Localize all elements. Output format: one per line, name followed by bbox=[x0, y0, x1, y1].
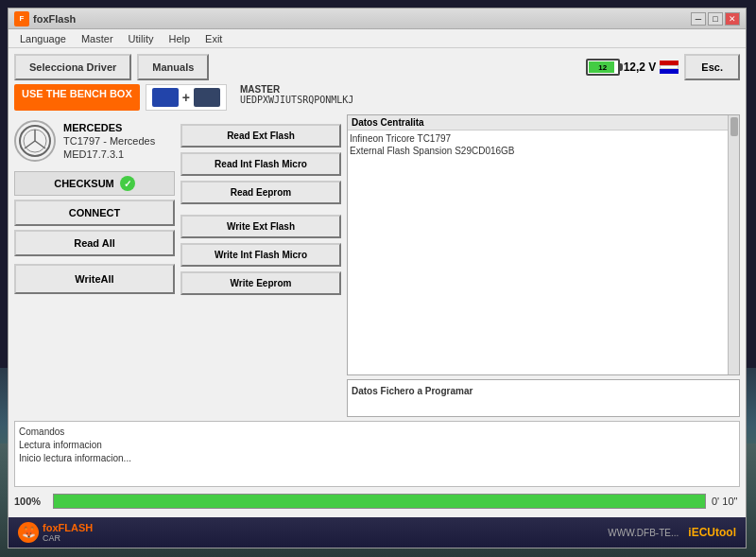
footer-url: WWW.DFB-TE... bbox=[608, 528, 679, 538]
progress-bar-fill bbox=[54, 495, 705, 508]
progress-time: 0' 10" bbox=[712, 496, 740, 507]
select-driver-button[interactable]: Selecciona Driver bbox=[14, 54, 131, 80]
menu-help[interactable]: Help bbox=[161, 31, 198, 46]
footer-right-brand: iECUtool bbox=[688, 526, 736, 539]
main-content: Selecciona Driver Manuals 12 12,2 V Esc.… bbox=[9, 48, 746, 517]
connect-readall-section: CONNECT Read All bbox=[14, 200, 175, 256]
scrollbar[interactable] bbox=[728, 115, 739, 374]
progress-percent: 100% bbox=[14, 496, 47, 507]
esc-button[interactable]: Esc. bbox=[684, 54, 740, 80]
main-window: F foxFlash ─ □ ✕ Language Master Utility… bbox=[8, 8, 747, 548]
app-icon: F bbox=[14, 11, 29, 26]
footer-logo: 🦊 foxFLASH CAR bbox=[18, 522, 93, 543]
battery-number: 12 bbox=[588, 61, 618, 74]
fox-icon: 🦊 bbox=[18, 522, 39, 543]
checksum-row: CHECKSUM ✓ bbox=[14, 171, 175, 196]
connect-button[interactable]: CONNECT bbox=[14, 200, 175, 226]
svg-line-3 bbox=[25, 141, 35, 148]
checksum-ok-icon: ✓ bbox=[120, 176, 135, 191]
footer-brand-text: foxFLASH CAR bbox=[43, 522, 93, 543]
log-line-1: Lectura informacion bbox=[19, 439, 735, 452]
write-ext-flash-button[interactable]: Write Ext Flash bbox=[180, 215, 341, 238]
middle-section: MERCEDES TC1797 - Mercedes MED17.7.3.1 C… bbox=[14, 114, 740, 417]
battery-icon: 12 bbox=[586, 59, 620, 76]
window-controls: ─ □ ✕ bbox=[691, 12, 740, 26]
progress-section: 100% 0' 10" bbox=[14, 491, 740, 512]
vehicle-ecu: MED17.7.3.1 bbox=[63, 148, 155, 160]
title-bar: F foxFlash ─ □ ✕ bbox=[9, 9, 746, 29]
bench-section: USE THE BENCH BOX + MASTER UEDPXWJIUTSRQ… bbox=[14, 84, 740, 111]
datos-fichero-box: Datos Fichero a Programar bbox=[347, 379, 740, 417]
close-button[interactable]: ✕ bbox=[725, 12, 740, 26]
read-eeprom-button[interactable]: Read Eeprom bbox=[180, 181, 341, 204]
device-icon-left bbox=[152, 88, 179, 107]
scroll-thumb bbox=[730, 117, 738, 136]
log-header: Comandos bbox=[19, 426, 735, 439]
device-icons: + bbox=[146, 84, 227, 111]
device-icon-right bbox=[194, 88, 220, 107]
master-code: UEDPXWJIUTSRQPONMLKJ bbox=[240, 95, 353, 105]
maximize-button[interactable]: □ bbox=[708, 12, 723, 26]
write-eeprom-button[interactable]: Write Eeprom bbox=[180, 271, 341, 295]
voltage-display: 12,2 V bbox=[624, 61, 657, 74]
left-panel: MERCEDES TC1797 - Mercedes MED17.7.3.1 C… bbox=[14, 114, 175, 417]
read-ext-flash-button[interactable]: Read Ext Flash bbox=[180, 124, 341, 148]
vehicle-info: MERCEDES TC1797 - Mercedes MED17.7.3.1 bbox=[14, 114, 175, 167]
svg-line-4 bbox=[35, 141, 45, 148]
top-toolbar: Selecciona Driver Manuals 12 12,2 V Esc. bbox=[14, 54, 740, 80]
datos-centralita-container: Datos Centralita Infineon Tricore TC1797… bbox=[347, 114, 740, 375]
flag-blue-stripe bbox=[660, 69, 679, 74]
bench-box-label: USE THE BENCH BOX bbox=[14, 84, 140, 111]
info-line-2: External Flash Spansion S29CD016GB bbox=[348, 145, 728, 157]
manuals-button[interactable]: Manuals bbox=[137, 54, 209, 80]
vehicle-brand: MERCEDES bbox=[63, 122, 155, 133]
flag-icon bbox=[660, 61, 679, 74]
info-line-1: Infineon Tricore TC1797 bbox=[348, 132, 728, 145]
title-text: foxFlash bbox=[33, 13, 691, 25]
write-int-flash-button[interactable]: Write Int Flash Micro bbox=[180, 243, 341, 267]
battery-indicator: 12 12,2 V bbox=[586, 59, 679, 76]
progress-bar-container bbox=[53, 494, 706, 509]
master-section: MASTER UEDPXWJIUTSRQPONMLKJ bbox=[240, 84, 353, 111]
minimize-button[interactable]: ─ bbox=[691, 12, 706, 26]
read-all-button[interactable]: Read All bbox=[14, 230, 175, 256]
menu-master[interactable]: Master bbox=[74, 31, 121, 46]
right-panel: Datos Centralita Infineon Tricore TC1797… bbox=[347, 114, 740, 417]
vehicle-model: TC1797 - Mercedes bbox=[63, 135, 155, 147]
checksum-label: CHECKSUM bbox=[54, 178, 114, 189]
foxflash-brand: foxFLASH bbox=[43, 522, 93, 533]
menu-bar: Language Master Utility Help Exit bbox=[9, 29, 746, 48]
menu-language[interactable]: Language bbox=[12, 31, 74, 46]
center-panel: Read Ext Flash Read Int Flash Micro Read… bbox=[180, 114, 341, 417]
foxflash-sub: CAR bbox=[43, 533, 93, 543]
plus-icon: + bbox=[182, 90, 190, 105]
menu-exit[interactable]: Exit bbox=[198, 31, 230, 46]
datos-centralita-label: Datos Centralita bbox=[348, 115, 728, 131]
master-label: MASTER bbox=[240, 84, 353, 95]
read-int-flash-button[interactable]: Read Int Flash Micro bbox=[180, 152, 341, 176]
datos-fichero-label: Datos Fichero a Programar bbox=[352, 386, 472, 396]
mercedes-logo bbox=[14, 120, 56, 162]
footer: 🦊 foxFLASH CAR WWW.DFB-TE... iECUtool bbox=[9, 517, 746, 548]
log-section: Comandos Lectura informacion Inicio lect… bbox=[14, 421, 740, 487]
write-group: Write Ext Flash Write Int Flash Micro Wr… bbox=[180, 215, 341, 295]
datos-centralita-box: Datos Centralita Infineon Tricore TC1797… bbox=[348, 115, 728, 374]
vehicle-text: MERCEDES TC1797 - Mercedes MED17.7.3.1 bbox=[63, 122, 155, 160]
log-line-2: Inicio lectura informacion... bbox=[19, 452, 735, 465]
write-all-button[interactable]: WriteAll bbox=[14, 264, 175, 294]
menu-utility[interactable]: Utility bbox=[121, 31, 162, 46]
